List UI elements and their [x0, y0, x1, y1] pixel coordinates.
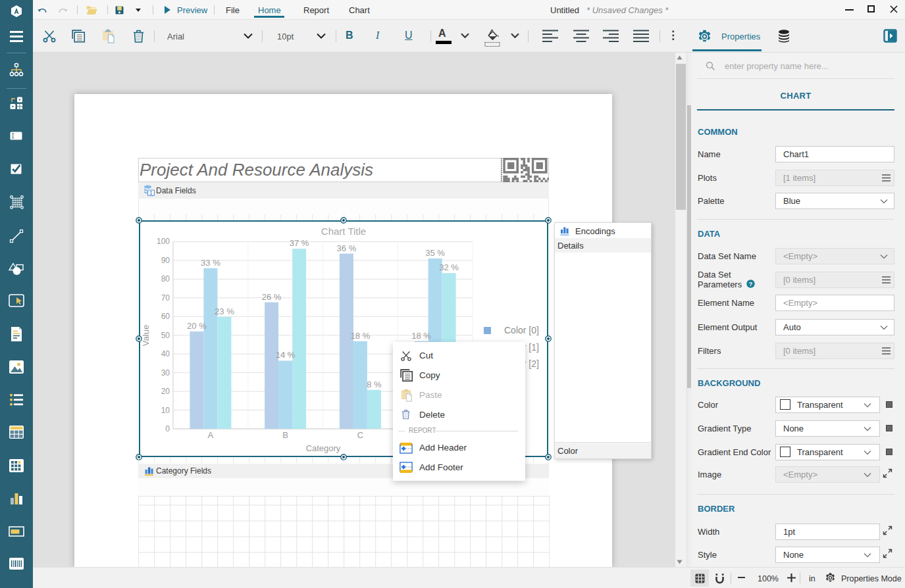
svg-text:23 %: 23 %: [215, 306, 234, 316]
svg-text:Color [0]: Color [0]: [504, 325, 539, 335]
svg-text:8 %: 8 %: [367, 380, 382, 389]
svg-text:80: 80: [161, 274, 170, 283]
svg-text:18 %: 18 %: [351, 331, 371, 341]
svg-text:90: 90: [161, 256, 170, 265]
svg-text:14 %: 14 %: [276, 350, 296, 360]
svg-text:Chart Title: Chart Title: [321, 226, 366, 237]
svg-text:Value: Value: [141, 325, 151, 346]
svg-text:70: 70: [161, 293, 170, 303]
svg-text:26 %: 26 %: [262, 292, 282, 302]
svg-text:?: ?: [749, 281, 753, 287]
svg-text:20: 20: [161, 387, 170, 396]
svg-text:0: 0: [165, 424, 170, 433]
svg-text:30: 30: [161, 368, 170, 378]
svg-text:Category: Category: [306, 443, 341, 453]
svg-text:20 %: 20 %: [187, 321, 207, 331]
svg-text:36 %: 36 %: [337, 243, 357, 253]
svg-text:10: 10: [161, 406, 170, 415]
svg-text:A: A: [208, 430, 214, 440]
svg-text:32 %: 32 %: [439, 262, 459, 272]
svg-text:C: C: [357, 430, 363, 440]
svg-text:18 %: 18 %: [411, 331, 431, 341]
svg-text:35 %: 35 %: [425, 248, 445, 258]
svg-text:50: 50: [161, 331, 170, 340]
svg-text:40: 40: [161, 349, 170, 358]
svg-text:37 %: 37 %: [290, 238, 309, 248]
svg-text:B: B: [282, 430, 288, 440]
svg-text:60: 60: [161, 312, 170, 321]
svg-text:100: 100: [157, 237, 170, 246]
svg-text:33 %: 33 %: [201, 258, 220, 268]
